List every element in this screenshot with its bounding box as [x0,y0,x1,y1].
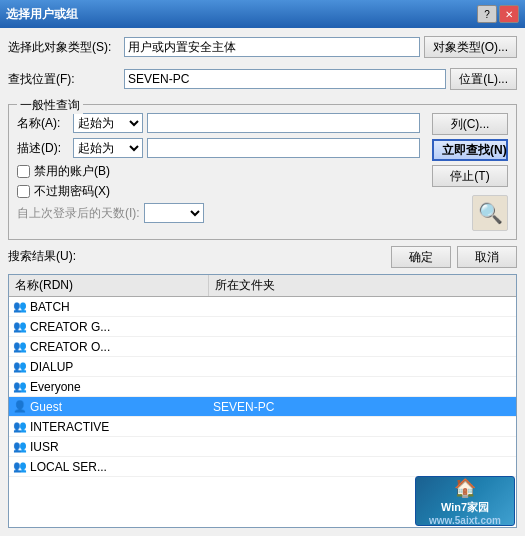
search-icon: 🔍 [472,195,508,231]
name-label: 名称(A): [17,115,67,132]
cell-folder [209,306,516,308]
table-row[interactable]: 👥DIALUP [9,357,516,377]
watermark-icon: 🏠 [454,477,476,499]
close-button[interactable]: ✕ [499,5,519,23]
disabled-account-label: 禁用的账户(B) [34,163,110,180]
cell-name: 👥CREATOR G... [9,319,209,335]
object-type-value [124,37,420,57]
row-icon: 👥 [13,360,27,374]
row-icon: 👥 [13,300,27,314]
row-icon: 👤 [13,400,27,414]
stop-button[interactable]: 停止(T) [432,165,508,187]
table-row[interactable]: 👥IUSR [9,437,516,457]
location-value [124,69,446,89]
results-label: 搜索结果(U): [8,248,76,265]
location-button[interactable]: 位置(L)... [450,68,517,90]
row-icon: 👥 [13,320,27,334]
title-bar[interactable]: 选择用户或组 ? ✕ [0,0,525,28]
disabled-account-checkbox[interactable] [17,165,30,178]
cell-folder [209,426,516,428]
watermark-line2: www.5aixt.com [429,515,501,526]
location-label: 查找位置(F): [8,71,118,88]
cell-folder [209,326,516,328]
object-type-label: 选择此对象类型(S): [8,39,118,56]
cell-folder [209,446,516,448]
cell-name: 👥BATCH [9,299,209,315]
header-name: 名称(RDN) [9,275,209,296]
days-since-select[interactable] [144,203,204,223]
row-icon: 👥 [13,340,27,354]
title-bar-text: 选择用户或组 [6,6,78,23]
table-row[interactable]: 👤GuestSEVEN-PC [9,397,516,417]
cell-name: 👥LOCAL SER... [9,459,209,475]
table-row[interactable]: 👥Everyone [9,377,516,397]
table-row[interactable]: 👥INTERACTIVE [9,417,516,437]
cell-name: 👥CREATOR O... [9,339,209,355]
help-button[interactable]: ? [477,5,497,23]
cell-name: 👤Guest [9,399,209,415]
table-row[interactable]: 👥CREATOR O... [9,337,516,357]
row-icon: 👥 [13,380,27,394]
description-option-select[interactable]: 起始为 [73,138,143,158]
cancel-button[interactable]: 取消 [457,246,517,268]
row-icon: 👥 [13,440,27,454]
row-icon: 👥 [13,420,27,434]
watermark: 🏠 Win7家园 www.5aixt.com [415,476,515,526]
no-expiry-password-checkbox[interactable] [17,185,30,198]
group-title: 一般性查询 [17,97,83,114]
cell-name: 👥INTERACTIVE [9,419,209,435]
object-type-button[interactable]: 对象类型(O)... [424,36,517,58]
cell-folder [209,466,516,468]
name-input[interactable] [147,113,420,133]
cell-folder [209,346,516,348]
column-button[interactable]: 列(C)... [432,113,508,135]
header-folder: 所在文件夹 [209,275,516,296]
search-now-button[interactable]: 立即查找(N) [432,139,508,161]
description-label: 描述(D): [17,140,67,157]
ok-button[interactable]: 确定 [391,246,451,268]
cell-name: 👥IUSR [9,439,209,455]
days-since-label: 自上次登录后的天数(I): [17,205,140,222]
table-row[interactable]: 👥CREATOR G... [9,317,516,337]
table-row[interactable]: 👥BATCH [9,297,516,317]
row-icon: 👥 [13,460,27,474]
cell-folder: SEVEN-PC [209,399,516,415]
name-option-select[interactable]: 起始为 [73,113,143,133]
description-input[interactable] [147,138,420,158]
cell-folder [209,366,516,368]
cell-folder [209,386,516,388]
table-header: 名称(RDN) 所在文件夹 [9,275,516,297]
cell-name: 👥Everyone [9,379,209,395]
watermark-line1: Win7家园 [441,500,489,515]
no-expiry-password-label: 不过期密码(X) [34,183,110,200]
cell-name: 👥DIALUP [9,359,209,375]
table-row[interactable]: 👥LOCAL SER... [9,457,516,477]
